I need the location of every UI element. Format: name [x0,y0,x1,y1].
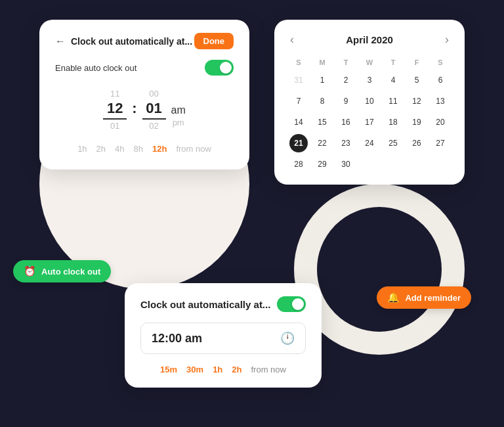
calendar-day[interactable]: 11 [384,92,402,110]
calendar-day[interactable]: 10 [360,92,379,110]
ampm-below: pm [173,118,184,127]
quick-times-row: 1h 2h 4h 8h 12h from now [55,144,234,154]
calendar-day[interactable]: 30 [337,155,355,173]
quick-2h[interactable]: 2h [96,144,106,154]
cal-day-header: M [311,56,333,69]
card1-header: ← Clock out automatically at... Done [55,33,234,49]
calendar-day[interactable]: 7 [289,92,308,110]
cal-day-header: T [335,56,357,69]
time-input-value: 12:00 am [152,332,202,346]
calendar-day[interactable]: 5 [408,71,426,89]
time-colon: : [132,100,136,117]
calendar-day[interactable]: 17 [360,113,379,131]
calendar-day[interactable]: 21 [289,134,308,152]
calendar-day[interactable]: 29 [313,155,331,173]
add-reminder-badge[interactable]: 🔔 Add reminder [377,286,471,309]
calendar-day[interactable]: 24 [360,134,379,152]
card3-toggle[interactable] [277,296,306,312]
calendar-day[interactable]: 4 [384,71,402,89]
calendar-day[interactable]: 3 [360,71,379,89]
calendar-day[interactable]: 20 [431,113,450,131]
calendar-day[interactable]: 19 [408,113,426,131]
calendar-day[interactable]: 8 [313,92,331,110]
quick-times-3-row: 15m 30m 1h 2h from now [140,365,306,374]
card1-title-group: ← Clock out automatically at... [55,35,192,47]
minutes-main[interactable]: 01 [142,100,166,120]
auto-clock-out-badge[interactable]: ⏰ Auto clock out [13,260,111,282]
auto-clock-icon: ⏰ [24,265,36,277]
quick-4h[interactable]: 4h [115,144,124,154]
quick-1h[interactable]: 1h [77,144,87,154]
calendar-day[interactable]: 18 [384,113,402,131]
card3-title-text: Clock out automatically at... [140,299,270,310]
cal-day-header: S [287,56,310,69]
calendar-day[interactable]: 14 [289,113,308,131]
minutes-above: 00 [149,89,158,99]
calendar-day[interactable]: 9 [337,92,355,110]
back-arrow-icon[interactable]: ← [55,35,66,47]
calendar-day[interactable]: 12 [408,92,426,110]
calendar-day[interactable]: 25 [384,134,402,152]
quick-8h[interactable]: 8h [134,144,143,154]
qt3-2h[interactable]: 2h [232,365,242,374]
calendar-day[interactable]: 16 [337,113,355,131]
enable-label-text: Enable auto clock out [55,63,136,73]
reminder-label: Add reminder [405,293,461,303]
time-input-row[interactable]: 12:00 am 🕛 [140,323,306,354]
cal-day-header: W [358,56,381,69]
calendar-day[interactable]: 15 [313,113,331,131]
calendar-day[interactable]: 31 [289,71,308,89]
ampm-spacer [177,92,180,102]
calendar-day[interactable]: 26 [408,134,426,152]
auto-clock-out-card: ← Clock out automatically at... Done Ena… [39,20,249,169]
calendar-title: April 2020 [346,34,393,45]
from-now-label: from now [176,144,211,154]
calendar-day[interactable]: 13 [431,92,450,110]
calendar-day[interactable]: 23 [337,134,355,152]
qt3-15m[interactable]: 15m [160,365,177,374]
reminder-icon: 🔔 [387,292,400,303]
card3-header: Clock out automatically at... [140,296,306,312]
card1-title-text: Clock out automatically at... [71,36,192,47]
calendar-day[interactable]: 22 [313,134,331,152]
hours-main[interactable]: 12 [103,100,127,120]
quick-12h[interactable]: 12h [152,144,167,154]
next-month-button[interactable]: › [442,33,452,47]
calendar-card: ‹ April 2020 › SMTWTFS311234567891011121… [274,20,465,185]
ampm-col: am pm [171,92,186,127]
calendar-grid: SMTWTFS311234567891011121314151617181920… [287,56,452,174]
hours-col: 11 12 01 [103,89,127,131]
cal-day-header: F [406,56,428,69]
enable-auto-clock-row: Enable auto clock out [55,60,234,76]
hours-above: 11 [110,89,119,99]
calendar-header: ‹ April 2020 › [287,33,452,47]
calendar-day[interactable]: 28 [289,155,308,173]
qt3-1h[interactable]: 1h [213,365,222,374]
minutes-below: 02 [149,121,158,131]
time-picker: 11 12 01 : 00 01 02 am pm [55,89,234,131]
prev-month-button[interactable]: ‹ [287,33,297,47]
qt3-30m[interactable]: 30m [186,365,203,374]
enable-toggle[interactable] [205,60,234,76]
ampm-main[interactable]: am [171,104,186,116]
clock-out-bottom-card: Clock out automatically at... 12:00 am 🕛… [125,283,322,388]
clock-icon: 🕛 [280,331,295,346]
qt3-from-now: from now [251,365,285,374]
auto-clock-label: Auto clock out [41,267,100,277]
done-button[interactable]: Done [194,33,234,49]
calendar-day[interactable]: 2 [337,71,355,89]
calendar-day[interactable]: 1 [313,71,331,89]
minutes-col: 00 01 02 [142,89,166,131]
calendar-day[interactable]: 27 [431,134,450,152]
cal-day-header: T [382,56,404,69]
hours-below: 01 [110,121,119,131]
calendar-day[interactable]: 6 [431,71,450,89]
cal-day-header: S [429,56,452,69]
